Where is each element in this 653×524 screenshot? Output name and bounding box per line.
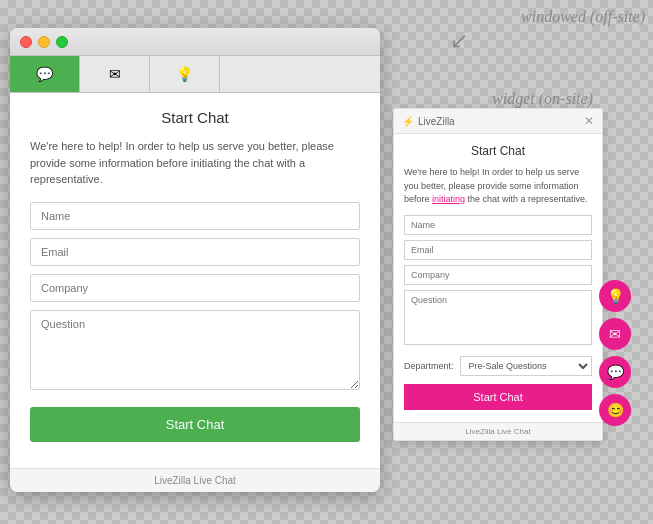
maximize-traffic-light[interactable] — [56, 36, 68, 48]
widget-form-title: Start Chat — [404, 144, 592, 158]
department-select[interactable]: Pre-Sale Questions Support Sales — [460, 356, 592, 376]
widget-app: ⚡ LiveZilla ✕ Start Chat We're here to h… — [393, 108, 603, 441]
widget-name-input[interactable] — [404, 215, 592, 235]
arrow-windowed: ↙ — [450, 28, 468, 54]
tab-chat[interactable] — [10, 56, 80, 92]
sidebar-smiley-button[interactable]: 😊 — [599, 394, 631, 426]
widget-close-button[interactable]: ✕ — [584, 114, 594, 128]
widget-description-link: initiating — [432, 194, 465, 204]
widget-description: We're here to help! In order to help us … — [404, 166, 592, 207]
widget-description-text2: the chat with a representative. — [465, 194, 588, 204]
sidebar-idea-icon: 💡 — [607, 288, 624, 304]
traffic-lights — [20, 36, 68, 48]
widget-sidebar: 💡 ✉ 💬 😊 — [599, 280, 631, 426]
name-input[interactable] — [30, 202, 360, 230]
sidebar-email-button[interactable]: ✉ — [599, 318, 631, 350]
tab-email[interactable] — [80, 56, 150, 92]
start-chat-button[interactable]: Start Chat — [30, 407, 360, 442]
sidebar-chat-button[interactable]: 💬 — [599, 356, 631, 388]
idea-icon — [176, 65, 193, 83]
widget-company-input[interactable] — [404, 265, 592, 285]
app-content: Start Chat We're here to help! In order … — [10, 93, 380, 468]
widget-content: Start Chat We're here to help! In order … — [394, 134, 602, 422]
department-row: Department: Pre-Sale Questions Support S… — [404, 356, 592, 376]
company-input[interactable] — [30, 274, 360, 302]
sidebar-idea-button[interactable]: 💡 — [599, 280, 631, 312]
sidebar-smiley-icon: 😊 — [607, 402, 624, 418]
chat-icon — [36, 65, 53, 83]
email-icon — [109, 65, 121, 83]
app-footer: LiveZilla Live Chat — [10, 468, 380, 492]
email-input[interactable] — [30, 238, 360, 266]
sidebar-chat-icon: 💬 — [607, 364, 624, 380]
annotation-windowed: windowed (off-site) — [521, 8, 645, 26]
widget-title-bar: ⚡ LiveZilla ✕ — [394, 109, 602, 134]
tab-bar — [10, 56, 380, 93]
widget-question-textarea[interactable] — [404, 290, 592, 345]
form-description: We're here to help! In order to help us … — [30, 138, 360, 188]
widget-brand-name: LiveZilla — [418, 116, 455, 127]
widget-email-input[interactable] — [404, 240, 592, 260]
windowed-app: Start Chat We're here to help! In order … — [10, 28, 380, 492]
department-label: Department: — [404, 361, 454, 371]
minimize-traffic-light[interactable] — [38, 36, 50, 48]
sidebar-email-icon: ✉ — [609, 326, 621, 342]
widget-footer: LiveZilla Live Chat — [394, 422, 602, 440]
widget-start-chat-button[interactable]: Start Chat — [404, 384, 592, 410]
annotation-widget: widget (on-site) — [492, 90, 593, 108]
tab-idea[interactable] — [150, 56, 220, 92]
form-title: Start Chat — [30, 109, 360, 126]
question-textarea[interactable] — [30, 310, 360, 390]
widget-brand: ⚡ LiveZilla — [402, 116, 455, 127]
title-bar — [10, 28, 380, 56]
close-traffic-light[interactable] — [20, 36, 32, 48]
widget-live-icon: ⚡ — [402, 116, 414, 127]
